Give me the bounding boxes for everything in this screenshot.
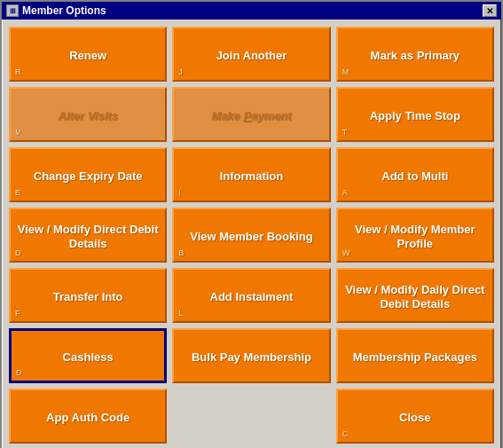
view-modify-direct-debit-shortcut: D — [15, 248, 21, 258]
make-payment-button[interactable]: Make Payment — [172, 87, 330, 142]
apply-time-stop-label: Apply Time Stop — [370, 109, 460, 123]
title-bar: ⊞ Member Options ✕ — [2, 2, 501, 20]
cashless-button[interactable]: Cashless D — [9, 328, 167, 383]
add-instalment-label: Add Instalment — [210, 290, 294, 304]
change-expiry-date-button[interactable]: Change Expiry Date E — [9, 147, 167, 202]
close-button[interactable]: Close C — [336, 389, 494, 444]
transfer-into-shortcut: F — [15, 309, 20, 318]
view-modify-member-profile-shortcut: W — [342, 248, 350, 258]
window-close-button[interactable]: ✕ — [483, 4, 497, 17]
close-shortcut: C — [342, 429, 349, 439]
alter-visits-button[interactable]: Alter Visits V — [9, 87, 167, 142]
window-icon: ⊞ — [6, 4, 19, 17]
information-button[interactable]: Information I — [172, 147, 330, 202]
close-label: Close — [399, 411, 430, 425]
make-payment-label: Make Payment — [211, 109, 291, 123]
information-label: Information — [220, 169, 284, 184]
join-another-shortcut: J — [178, 67, 183, 77]
mark-as-primary-label: Mark as Primary — [371, 49, 460, 63]
information-shortcut: I — [178, 188, 181, 198]
apply-time-stop-shortcut: T — [342, 128, 348, 138]
membership-packages-label: Membership Packages — [353, 350, 477, 365]
bottom-row: App Auth Code Close C — [9, 389, 494, 444]
button-grid: Renew R Join Another J Mark as Primary M… — [9, 27, 494, 383]
member-options-window: ⊞ Member Options ✕ Renew R Join Another … — [0, 0, 503, 448]
renew-button[interactable]: Renew R — [9, 27, 167, 82]
view-member-booking-label: View Member Booking — [190, 230, 312, 244]
apply-time-stop-button[interactable]: Apply Time Stop T — [336, 87, 494, 142]
view-modify-member-profile-button[interactable]: View / Modify Member Profile W — [336, 208, 494, 263]
add-to-multi-label: Add to Multi — [381, 169, 448, 184]
join-another-button[interactable]: Join Another J — [172, 27, 330, 82]
cashless-label: Cashless — [63, 350, 114, 365]
change-expiry-date-label: Change Expiry Date — [34, 169, 143, 184]
alter-visits-shortcut: V — [15, 128, 20, 138]
view-modify-member-profile-label: View / Modify Member Profile — [343, 223, 487, 250]
app-auth-code-label: App Auth Code — [46, 411, 130, 425]
add-instalment-shortcut: L — [178, 309, 183, 318]
join-another-label: Join Another — [216, 49, 287, 63]
transfer-into-button[interactable]: Transfer Into F — [9, 268, 167, 323]
view-modify-direct-debit-label: View / Modify Direct Debit Details — [16, 223, 160, 250]
app-auth-code-button[interactable]: App Auth Code — [9, 389, 167, 444]
empty-cell — [172, 389, 330, 444]
view-member-booking-button[interactable]: View Member Booking B — [172, 208, 330, 263]
cashless-shortcut: D — [16, 368, 22, 378]
add-instalment-button[interactable]: Add Instalment L — [172, 268, 330, 323]
membership-packages-button[interactable]: Membership Packages — [336, 328, 494, 383]
transfer-into-label: Transfer Into — [53, 290, 123, 304]
view-member-booking-shortcut: B — [178, 248, 184, 258]
bulk-pay-membership-label: Bulk Pay Membership — [192, 350, 311, 365]
view-modify-daily-direct-debit-label: View / Modify Daily Direct Debit Details — [343, 283, 487, 310]
renew-label: Renew — [69, 49, 106, 63]
add-to-multi-shortcut: A — [342, 188, 348, 198]
renew-shortcut: R — [15, 67, 21, 77]
bulk-pay-membership-button[interactable]: Bulk Pay Membership — [172, 328, 330, 383]
view-modify-direct-debit-button[interactable]: View / Modify Direct Debit Details D — [9, 208, 167, 263]
window-title: Member Options — [22, 4, 106, 17]
mark-as-primary-button[interactable]: Mark as Primary M — [336, 27, 494, 82]
content-area: Renew R Join Another J Mark as Primary M… — [2, 20, 501, 448]
mark-as-primary-shortcut: M — [342, 67, 350, 77]
add-to-multi-button[interactable]: Add to Multi A — [336, 147, 494, 202]
title-bar-left: ⊞ Member Options — [6, 4, 106, 17]
view-modify-daily-direct-debit-button[interactable]: View / Modify Daily Direct Debit Details — [336, 268, 494, 323]
alter-visits-label: Alter Visits — [58, 109, 117, 123]
change-expiry-date-shortcut: E — [15, 188, 20, 198]
